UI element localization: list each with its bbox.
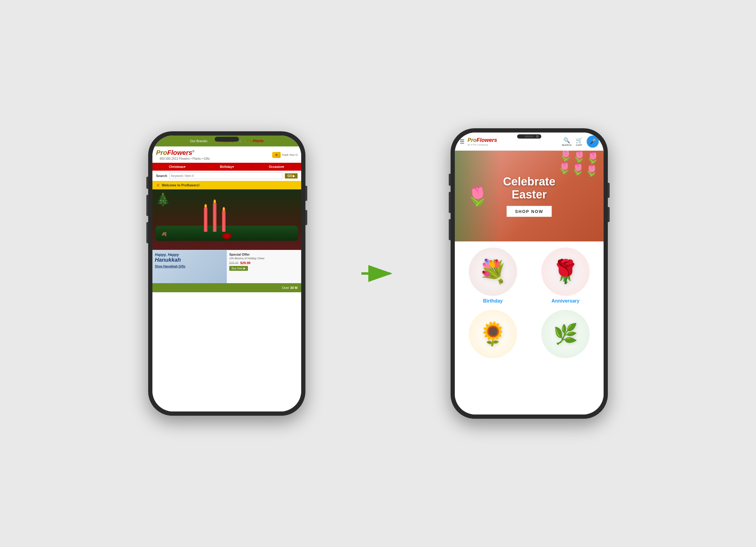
right-phone-screen: ☰ ProFlowers an FTD company 🔍 SEARCH	[455, 132, 604, 415]
hanukkah-left: Happy, Happy Hanukkah Shop Hanukkah Gift…	[152, 250, 227, 283]
left-footer: Over 30 M	[152, 283, 301, 292]
hero-title-line1: Celebrate	[503, 175, 555, 188]
left-search-bar: Search GO ▶	[152, 171, 301, 181]
price-new: $29.99	[240, 261, 251, 265]
direction-arrow	[360, 264, 396, 283]
hamburger-menu[interactable]: ☰	[460, 138, 464, 145]
star-icon: ★	[156, 183, 160, 187]
search-button[interactable]: GO ▶	[285, 173, 298, 178]
pinecones: 🍂	[161, 231, 167, 236]
phone-number: 800.580.2913 Flowers • Plants • Gifts	[156, 157, 213, 161]
our-brands-label: Our Brands:	[190, 139, 208, 143]
nav-occasion[interactable]: Occasion ▾	[252, 163, 301, 171]
right-logo-sub: an FTD company	[468, 143, 559, 146]
left-phone: Our Brands: ProFlowers | ProPlants ProFl…	[148, 131, 305, 416]
plant-circle: 🌿	[541, 310, 590, 358]
right-logo: ProFlowers an FTD company	[468, 137, 559, 146]
right-logo-flowers: Flowers	[477, 137, 497, 143]
candle-body-3	[222, 210, 226, 232]
track-icon: ⏱	[272, 152, 281, 158]
hero-right-tulips: 🌷🌷🌷🌷🌷🌷	[551, 151, 604, 241]
special-offer-desc: 100 Blooms of Holiday Cheer	[229, 257, 299, 260]
nav-christmas[interactable]: Christmas ▾	[152, 163, 202, 171]
cart-label: CART	[576, 144, 582, 146]
candles-scene: 🎄 🍂	[152, 189, 301, 250]
right-logo-pro: Pro	[468, 137, 477, 143]
right-content: ☰ ProFlowers an FTD company 🔍 SEARCH	[455, 132, 604, 415]
hanukkah-section: Happy, Happy Hanukkah Shop Hanukkah Gift…	[152, 250, 301, 283]
right-phone-left-btn-2	[449, 192, 451, 213]
logo-pro: Pro	[156, 149, 167, 156]
search-icon-group[interactable]: 🔍 SEARCH	[562, 137, 572, 146]
right-hero-banner: 🌷 🌷🌷🌷🌷🌷🌷 Celebrate Easter SHOP NOW	[455, 151, 604, 241]
left-side-btn-3	[146, 222, 148, 243]
hanukkah-right: Special Offer 100 Blooms of Holiday Chee…	[227, 250, 301, 283]
logo-trademark: ®	[192, 150, 194, 153]
welcome-banner: ★ Welcome to Proflowers!	[152, 181, 301, 189]
products-grid: 💐 Birthday 🌹 Anniversary 🌻	[455, 241, 604, 367]
special-offer-title: Special Offer	[229, 252, 299, 256]
candle-2	[213, 199, 217, 232]
search-label: SEARCH	[562, 144, 572, 146]
candle-3	[222, 207, 226, 232]
product-anniversary[interactable]: 🌹 Anniversary	[532, 247, 599, 304]
arrow-container	[360, 264, 396, 283]
search-label: Search	[156, 174, 167, 177]
shop-hanukkah-link[interactable]: Shop Hanukkah Gifts	[155, 265, 224, 268]
red-bow	[222, 233, 231, 239]
left-side-btn-1	[146, 177, 148, 189]
camera-dot	[536, 135, 539, 138]
track-order[interactable]: ⏱ Track Your O	[272, 152, 298, 158]
candle-1	[204, 204, 207, 232]
anniversary-flower-img: 🌹	[551, 258, 580, 285]
header-icons: 🔍 SEARCH 🛒 CART 🎤	[562, 135, 599, 148]
hero-left-flowers: 🌷	[455, 151, 500, 241]
mic-button[interactable]: 🎤	[587, 135, 599, 148]
left-content: Our Brands: ProFlowers | ProPlants ProFl…	[152, 135, 301, 412]
plant-img: 🌿	[553, 323, 578, 346]
hero-text: Celebrate Easter SHOP NOW	[503, 175, 555, 217]
product-birthday[interactable]: 💐 Birthday	[460, 247, 526, 304]
right-phone-side-btn-1	[608, 183, 610, 198]
brand-proplants[interactable]: ProPlants	[247, 139, 264, 143]
logo-flowers: Flowers	[167, 149, 192, 156]
left-logo-area: ProFlowers® 800.580.2913 Flowers • Plant…	[152, 146, 301, 163]
speaker-slit	[525, 135, 534, 137]
price-old: $39.99	[229, 261, 239, 265]
shop-now-button[interactable]: SHOP NOW	[507, 206, 552, 216]
right-side-btn-2	[305, 210, 307, 225]
anniversary-label: Anniversary	[552, 298, 580, 304]
right-phone-left-btn-3	[449, 219, 451, 240]
birthday-label: Birthday	[483, 298, 503, 304]
left-nav: Christmas ▾ Birthday ▾ Occasion ▾	[152, 163, 301, 171]
hero-title-line2: Easter	[503, 188, 555, 201]
main-scene: Our Brands: ProFlowers | ProPlants ProFl…	[0, 0, 756, 547]
sunflower-circle: 🌻	[469, 310, 517, 358]
left-logo: ProFlowers®	[156, 149, 213, 157]
product-sunflower[interactable]: 🌻	[460, 310, 526, 361]
right-phone-left-btn-1	[449, 174, 451, 186]
candle-body-2	[213, 203, 217, 232]
candle-body-1	[204, 207, 207, 232]
right-side-btn-1	[305, 186, 307, 201]
right-phone: ☰ ProFlowers an FTD company 🔍 SEARCH	[451, 128, 608, 419]
product-plant[interactable]: 🌿	[532, 310, 599, 361]
cart-icon-group[interactable]: 🛒 CART	[576, 137, 582, 146]
nav-birthday[interactable]: Birthday ▾	[202, 163, 252, 171]
sunflower-img: 🌻	[479, 321, 507, 347]
cart-icon: 🛒	[576, 137, 582, 144]
search-icon: 🔍	[563, 137, 570, 144]
left-side-btn-2	[146, 195, 148, 216]
notch-left	[215, 137, 239, 142]
hanukkah-title: Happy, Happy Hanukkah	[155, 252, 224, 263]
buy-now-button[interactable]: Buy Now ▶	[229, 266, 248, 271]
mic-icon: 🎤	[589, 138, 596, 145]
left-phone-screen: Our Brands: ProFlowers | ProPlants ProFl…	[152, 135, 301, 412]
xmas-tree: 🎄	[155, 192, 171, 207]
right-logo-text: ProFlowers	[468, 137, 559, 143]
right-phone-side-btn-2	[608, 207, 610, 222]
birthday-circle: 💐	[469, 247, 517, 296]
anniversary-circle: 🌹	[541, 247, 590, 296]
notch-right	[517, 134, 541, 138]
search-input[interactable]	[170, 172, 283, 179]
